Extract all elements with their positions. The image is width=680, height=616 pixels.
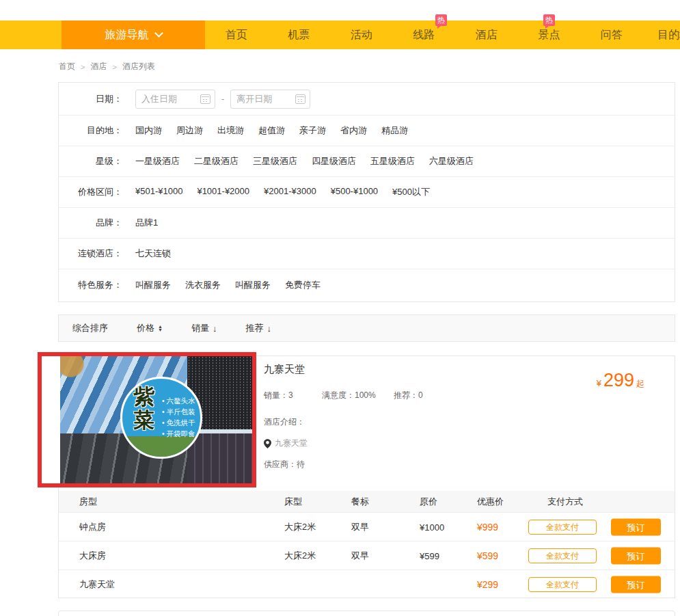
hotel-info: 九寨天堂 销量：3 满意度：100% 推荐：0 酒店介绍： 九寨天堂 供应商：待 [264,363,423,470]
hotel-location-text: 九寨天堂 [275,438,308,449]
book-button[interactable]: 预订 [611,547,661,564]
meal: 双早 [351,550,369,562]
hotel-supplier: 供应商：待 [264,459,423,470]
page: 旅游导航 首页 机票 活动 线路 酒店 景点 问答 目的地 热 热 首页 > 酒… [0,0,680,616]
breadcrumb-home[interactable]: 首页 [59,61,75,72]
photo-bullet: 开袋即食 [162,428,195,439]
meal: 双早 [351,521,369,533]
breadcrumb-separator: > [112,63,116,71]
breadcrumb: 首页 > 酒店 > 酒店列表 [59,61,155,72]
hotel-location: 九寨天堂 [264,438,423,449]
filter-options-price: ¥501-¥1000 ¥1001-¥2000 ¥2001-¥3000 ¥500-… [135,186,430,198]
filter-option[interactable]: 四星级酒店 [312,155,356,168]
breadcrumb-separator: > [81,63,85,71]
filter-label-date: 日期： [59,93,122,105]
hotel-recommend: 推荐：0 [394,390,423,401]
sort-down-icon: ↓ [267,323,271,334]
full-payment-button[interactable]: 全款支付 [528,520,597,535]
filter-option[interactable]: 出境游 [217,124,244,137]
photo-blocks-right [187,433,252,483]
photo-bullet: 半斤包装 [162,406,195,417]
filter-option[interactable]: 七天连锁 [135,247,171,260]
nav-item-hotels[interactable]: 酒店 [455,21,518,49]
filter-option[interactable]: 一星级酒店 [135,155,180,168]
filter-options-destination: 国内游 周边游 出境游 超值游 亲子游 省内游 精品游 [135,124,408,137]
travel-nav-menu-label: 旅游导航 [105,28,149,42]
filter-option[interactable]: 免费停车 [285,279,321,291]
chevron-down-icon [154,29,163,38]
room-table: 房型 床型 餐标 原价 优惠价 支付方式 钟点房 大床2米 双早 ¥1000 ¥… [59,491,675,598]
top-navbar: 旅游导航 首页 机票 活动 线路 酒店 景点 问答 目的地 [0,21,680,49]
original-price: ¥599 [420,550,439,561]
hotel-price: ¥ 299 起 [597,370,644,391]
filter-row-star: 星级： 一星级酒店 二星级酒店 三星级酒店 四星级酒店 五星级酒店 六星级酒店 [59,146,675,177]
hotel-name[interactable]: 九寨天堂 [264,363,423,376]
col-meal: 餐标 [351,496,369,508]
filter-option[interactable]: 五星级酒店 [370,155,415,168]
filter-option[interactable]: ¥500以下 [392,186,430,198]
photo-bullet-list: 六鳌头水 半斤包装 免洗烘干 开袋即食 [162,395,195,439]
filter-options-services: 叫醒服务 洗衣服务 叫醒服务 免费停车 [135,279,321,291]
hotel-image-highlight-frame: 紫菜 六鳌头水 半斤包装 免洗烘干 开袋即食 [38,352,256,487]
sort-default[interactable]: 综合排序 [72,322,108,334]
book-button[interactable]: 预订 [611,518,661,535]
filter-label-star: 星级： [59,155,122,168]
room-type: 大床房 [79,550,106,562]
hotel-stats: 销量：3 满意度：100% 推荐：0 [264,390,423,401]
filter-option[interactable]: 品牌1 [135,217,158,229]
table-row: 九寨天堂 ¥299 全款支付 预订 [59,570,675,599]
calendar-icon[interactable] [295,94,305,104]
filter-row-brand: 品牌： 品牌1 [59,208,675,239]
filter-option[interactable]: 叫醒服务 [235,279,271,291]
sort-price[interactable]: 价格 ▲ ▼ [137,322,163,334]
calendar-icon[interactable] [200,94,210,104]
filter-option[interactable]: ¥1001-¥2000 [197,186,249,198]
room-table-header: 房型 床型 餐标 原价 优惠价 支付方式 [59,491,675,512]
filter-option[interactable]: 叫醒服务 [135,279,171,291]
filter-option[interactable]: ¥500-¥1000 [331,186,378,198]
hotel-sales: 销量：3 [264,390,322,401]
hot-badge-routes: 热 [435,14,447,26]
price-currency: ¥ [597,378,601,388]
filter-option[interactable]: 二星级酒店 [194,155,239,168]
nav-item-flights[interactable]: 机票 [268,21,331,49]
filter-option[interactable]: ¥501-¥1000 [135,186,182,198]
full-payment-button[interactable]: 全款支付 [528,577,597,592]
nav-item-destinations[interactable]: 目的地 [643,21,680,49]
filter-option[interactable]: ¥2001-¥3000 [264,186,316,198]
nav-item-home[interactable]: 首页 [205,21,268,49]
filter-option[interactable]: 超值游 [258,124,285,137]
col-payment: 支付方式 [547,496,583,508]
nav-item-activities[interactable]: 活动 [330,21,393,49]
book-button[interactable]: 预订 [611,576,661,593]
col-discount-price: 优惠价 [477,496,504,508]
location-pin-icon [264,439,271,448]
filter-options-chain: 七天连锁 [135,247,171,260]
breadcrumb-hotel-list: 酒店列表 [122,61,155,72]
breadcrumb-hotel[interactable]: 酒店 [90,61,107,72]
travel-nav-menu-button[interactable]: 旅游导航 [62,21,205,49]
nav-item-qa[interactable]: 问答 [580,21,643,49]
filter-option[interactable]: 洗衣服务 [185,279,221,291]
filter-option[interactable]: 省内游 [340,124,367,137]
room-type: 钟点房 [79,521,106,533]
filter-option[interactable]: 六星级酒店 [429,155,474,168]
full-payment-button[interactable]: 全款支付 [528,548,597,563]
photo-brand-text: 紫菜 [133,386,156,432]
hotel-image[interactable]: 紫菜 六鳌头水 半斤包装 免洗烘干 开袋即食 [60,356,252,483]
filter-option[interactable]: 三星级酒店 [253,155,297,168]
filter-option[interactable]: 国内游 [135,124,162,137]
hot-badge-attractions: 热 [543,14,555,26]
filter-label-chain: 连锁酒店： [59,247,122,260]
filter-option[interactable]: 亲子游 [299,124,326,137]
filter-option[interactable]: 精品游 [381,124,408,137]
sort-sales-label: 销量 [191,322,209,334]
filter-options-brand: 品牌1 [135,217,158,229]
sort-sales[interactable]: 销量 ↓ [191,322,217,334]
room-type: 九寨天堂 [79,578,115,591]
filter-row-date: 日期： - [59,83,675,116]
filter-label-services: 特色服务： [59,279,122,291]
sort-price-label: 价格 [137,322,154,334]
filter-option[interactable]: 周边游 [176,124,203,137]
sort-recommend[interactable]: 推荐 ↓ [245,322,271,334]
